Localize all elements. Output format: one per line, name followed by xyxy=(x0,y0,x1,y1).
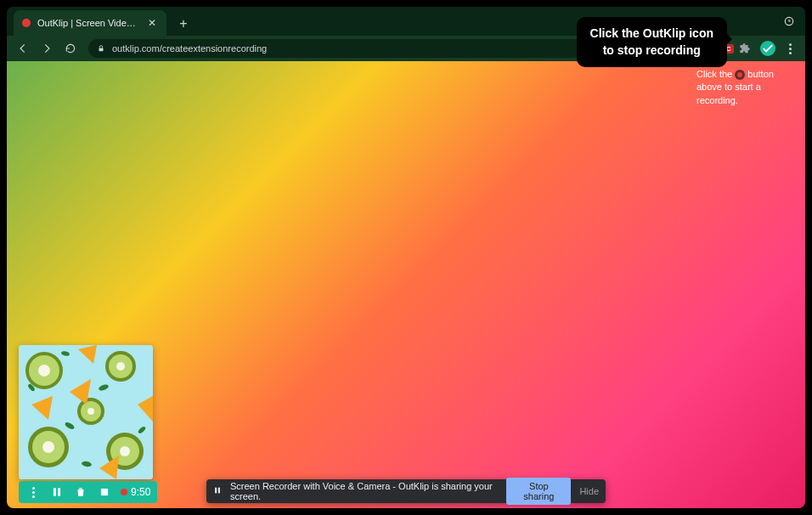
back-button[interactable] xyxy=(12,37,34,59)
page-start-hint: Click the button above to start a record… xyxy=(696,68,798,107)
stop-button[interactable] xyxy=(97,484,112,500)
svg-point-17 xyxy=(87,408,94,415)
tab-title: OutKlip | Screen Video Record… xyxy=(37,18,139,28)
svg-rect-28 xyxy=(218,488,220,494)
browser-window: OutKlip | Screen Video Record… ✕ + outkl… xyxy=(7,7,805,508)
svg-point-14 xyxy=(120,446,130,456)
lock-icon xyxy=(97,44,105,53)
record-inline-icon xyxy=(735,70,745,80)
hide-share-button[interactable]: Hide xyxy=(579,486,599,496)
svg-point-11 xyxy=(42,441,54,453)
reload-button[interactable] xyxy=(59,37,82,59)
camera-preview[interactable] xyxy=(19,345,153,479)
new-tab-button[interactable]: + xyxy=(172,12,195,36)
svg-rect-27 xyxy=(215,488,217,494)
tab-favicon-icon xyxy=(22,19,31,27)
recorder-control-bar: 9:50 xyxy=(19,481,157,503)
url-text: outklip.com/createextensionrecording xyxy=(112,43,267,54)
svg-rect-24 xyxy=(54,488,56,495)
browser-tab[interactable]: OutKlip | Screen Video Record… ✕ xyxy=(14,10,166,36)
instruction-tooltip: Click the OutKlip icon to stop recording xyxy=(577,17,727,67)
forward-button[interactable] xyxy=(36,37,58,59)
tab-close-icon[interactable]: ✕ xyxy=(146,17,158,29)
svg-point-5 xyxy=(38,365,50,376)
page-content: Click the button above to start a record… xyxy=(7,61,805,508)
share-message: Screen Recorder with Voice & Camera - Ou… xyxy=(230,481,498,501)
delete-button[interactable] xyxy=(73,484,88,500)
svg-point-8 xyxy=(116,362,125,371)
profile-avatar-icon[interactable] xyxy=(758,38,778,59)
pause-button[interactable] xyxy=(49,484,65,500)
svg-rect-26 xyxy=(101,489,108,495)
screen-share-bar: Screen Recorder with Voice & Camera - Ou… xyxy=(206,479,606,503)
svg-rect-25 xyxy=(58,488,60,495)
browser-menu-button[interactable] xyxy=(780,38,800,59)
svg-rect-1 xyxy=(99,48,104,52)
recorder-timer: 9:50 xyxy=(121,486,150,498)
recording-dot-icon xyxy=(121,489,127,495)
stop-sharing-button[interactable]: Stop sharing xyxy=(506,478,571,505)
share-pause-icon xyxy=(213,486,222,496)
window-expand-icon[interactable] xyxy=(778,10,800,32)
recorder-menu-button[interactable] xyxy=(25,484,41,500)
